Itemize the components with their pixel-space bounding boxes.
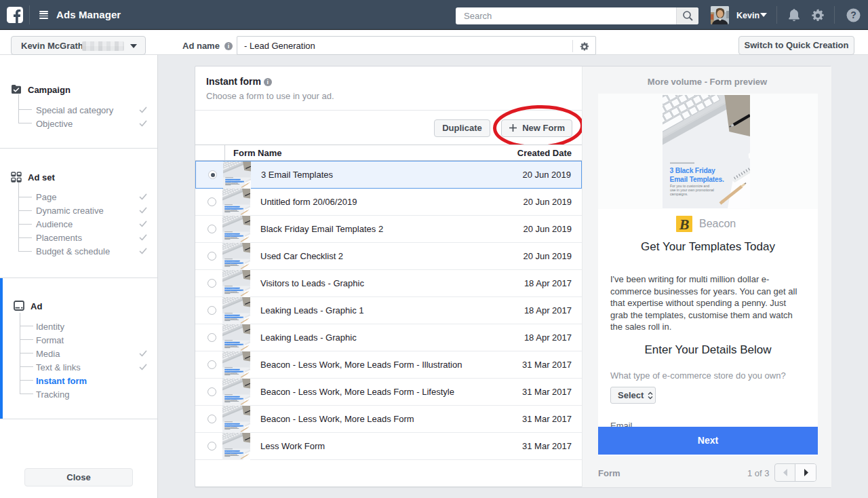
svg-text:3 Black Friday: 3 Black Friday	[670, 167, 715, 174]
svg-text:?: ?	[850, 9, 856, 20]
svg-text:Email Templates.: Email Templates.	[670, 176, 724, 183]
svg-text:campaigns.: campaigns.	[670, 192, 688, 196]
